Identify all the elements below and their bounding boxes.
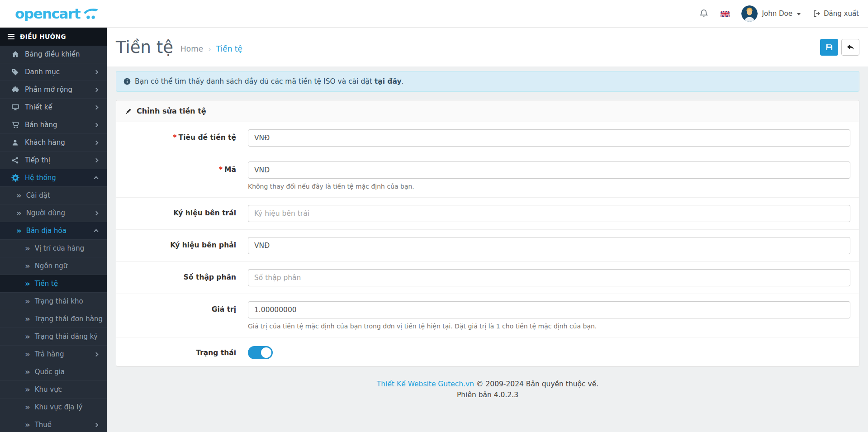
sidebar-item-sales[interactable]: Bán hàng bbox=[0, 116, 107, 134]
sidebar-item-label: Khu vực bbox=[35, 385, 62, 394]
logout-icon bbox=[812, 9, 821, 18]
opencart-admin: opencart bbox=[0, 0, 868, 432]
sidebar-item-subscription-statuses[interactable]: »Trạng thái đăng ký bbox=[0, 328, 107, 346]
angles-icon: » bbox=[25, 244, 30, 252]
angles-icon: » bbox=[25, 280, 30, 288]
sidebar-item-label: Bản địa hóa bbox=[26, 227, 66, 235]
code-input[interactable] bbox=[248, 161, 850, 179]
form-row-symbol-left: Ký hiệu bên trái bbox=[116, 198, 859, 230]
sidebar-item-order-statuses[interactable]: »Trạng thái đơn hàng bbox=[0, 310, 107, 328]
sidebar-item-label: Bán hàng bbox=[25, 121, 57, 129]
sidebar-item-stock-statuses[interactable]: »Trạng thái kho bbox=[0, 293, 107, 310]
chevron-right-icon bbox=[94, 105, 99, 109]
angles-icon: » bbox=[16, 209, 22, 217]
user-icon bbox=[10, 139, 20, 147]
opencart-logo[interactable]: opencart bbox=[15, 7, 100, 21]
footer-link[interactable]: Thiết Kế Website Gutech.vn bbox=[377, 380, 474, 388]
currency-title-input[interactable] bbox=[248, 129, 850, 147]
sidebar-item-zones[interactable]: »Khu vực bbox=[0, 381, 107, 399]
chevron-right-icon bbox=[94, 423, 99, 427]
sidebar-item-design[interactable]: Thiết kế bbox=[0, 99, 107, 116]
notifications-bell-icon[interactable] bbox=[699, 8, 709, 19]
back-arrow-icon bbox=[846, 43, 854, 51]
footer-version: Phiên bản 4.0.2.3 bbox=[116, 391, 859, 399]
decimal-places-input-column bbox=[248, 269, 850, 286]
sidebar-item-label: Cài đặt bbox=[26, 191, 50, 199]
alert-link[interactable]: tại đây bbox=[375, 77, 402, 85]
sidebar: ĐIỀU HƯỚNG Bảng điều khiểnDanh mụcPhần m… bbox=[0, 28, 107, 432]
angles-icon: » bbox=[25, 350, 30, 358]
code-label: *Mã bbox=[116, 161, 236, 190]
toggle-knob bbox=[261, 347, 271, 358]
sidebar-item-returns[interactable]: »Trả hàng bbox=[0, 346, 107, 363]
angles-icon: » bbox=[25, 421, 30, 429]
back-button[interactable] bbox=[841, 39, 859, 56]
cart-icon bbox=[10, 121, 20, 129]
sidebar-item-customers[interactable]: Khách hàng bbox=[0, 134, 107, 152]
page-header: Tiền tệ Home Tiền tệ bbox=[107, 28, 868, 66]
breadcrumb: Home Tiền tệ bbox=[180, 41, 242, 53]
share-icon bbox=[10, 157, 20, 164]
sidebar-item-dashboard[interactable]: Bảng điều khiển bbox=[0, 46, 107, 63]
symbol-right-label: Ký hiệu bên phải bbox=[116, 237, 236, 254]
chevron-down-icon bbox=[797, 13, 801, 15]
chevron-right-icon bbox=[94, 211, 99, 215]
sidebar-item-countries[interactable]: »Quốc gia bbox=[0, 363, 107, 381]
breadcrumb-home[interactable]: Home bbox=[180, 44, 203, 53]
symbol-left-input[interactable] bbox=[248, 205, 850, 222]
breadcrumb-current[interactable]: Tiền tệ bbox=[216, 44, 242, 53]
angles-icon: » bbox=[25, 297, 30, 305]
sidebar-item-marketing[interactable]: Tiếp thị bbox=[0, 152, 107, 169]
sidebar-item-label: Trả hàng bbox=[35, 350, 64, 358]
sidebar-item-catalog[interactable]: Danh mục bbox=[0, 63, 107, 81]
sidebar-item-store-location[interactable]: »Vị trí cửa hàng bbox=[0, 240, 107, 257]
symbol-right-input[interactable] bbox=[248, 237, 850, 254]
sidebar-item-taxes[interactable]: »Thuế bbox=[0, 416, 107, 432]
code-help-text: Không thay đổi nếu đây là tiền tệ mặc đị… bbox=[248, 183, 850, 190]
top-header: opencart bbox=[0, 0, 868, 28]
sidebar-item-label: Khu vực địa lý bbox=[35, 403, 83, 411]
user-menu[interactable]: John Doe bbox=[741, 5, 801, 22]
value-input[interactable] bbox=[248, 301, 850, 318]
currency-form: *Tiêu đề tiền tệ*MãKhông thay đổi nếu đâ… bbox=[116, 122, 859, 366]
tag-icon bbox=[10, 68, 20, 76]
language-flag-icon[interactable] bbox=[721, 11, 730, 17]
angles-icon: » bbox=[25, 315, 30, 323]
puzzle-icon bbox=[10, 85, 20, 94]
form-row-code: *MãKhông thay đổi nếu đây là tiền tệ mặc… bbox=[116, 154, 859, 198]
angles-icon: » bbox=[16, 191, 22, 199]
info-icon bbox=[123, 78, 131, 85]
sidebar-item-localisation[interactable]: »Bản địa hóa bbox=[0, 222, 107, 240]
sidebar-item-users[interactable]: »Người dùng bbox=[0, 204, 107, 222]
sidebar-item-label: Thuế bbox=[35, 421, 52, 429]
chevron-right-icon bbox=[94, 70, 99, 74]
gear-icon bbox=[10, 174, 20, 182]
value-help-text: Giá trị của tiền tệ mặc định của bạn tro… bbox=[248, 323, 850, 330]
sidebar-item-system[interactable]: Hệ thống bbox=[0, 169, 107, 187]
sidebar-item-geo-zones[interactable]: »Khu vực địa lý bbox=[0, 399, 107, 416]
opencart-logo-cart-icon bbox=[82, 7, 100, 20]
page-body: Bạn có thể tìm thấy danh sách đầy đủ các… bbox=[107, 66, 868, 432]
sidebar-item-settings[interactable]: »Cài đặt bbox=[0, 187, 107, 204]
sidebar-item-label: Tiếp thị bbox=[25, 156, 50, 164]
chevron-right-icon bbox=[94, 123, 99, 127]
header-actions: John Doe Đăng xuất bbox=[699, 5, 859, 22]
alert-text: Bạn có thể tìm thấy danh sách đầy đủ các… bbox=[135, 77, 404, 85]
chevron-up-icon bbox=[94, 176, 99, 181]
save-button[interactable] bbox=[820, 39, 838, 56]
opencart-logo-text: opencart bbox=[15, 7, 80, 21]
status-toggle[interactable] bbox=[248, 346, 273, 359]
user-name: John Doe bbox=[762, 9, 792, 18]
sidebar-item-currencies[interactable]: »Tiền tệ bbox=[0, 275, 107, 293]
sidebar-item-extensions[interactable]: Phần mở rộng bbox=[0, 81, 107, 99]
chevron-right-icon bbox=[94, 158, 99, 162]
sidebar-item-label: Trạng thái đơn hàng bbox=[35, 315, 103, 323]
decimal-places-input[interactable] bbox=[248, 269, 850, 286]
footer-copyright-line: Thiết Kế Website Gutech.vn © 2009-2024 B… bbox=[116, 380, 859, 388]
angles-icon: » bbox=[25, 262, 30, 270]
monitor-icon bbox=[10, 103, 20, 111]
sidebar-item-languages[interactable]: »Ngôn ngữ bbox=[0, 257, 107, 275]
angles-icon: » bbox=[25, 403, 30, 411]
sidebar-nav-header: ĐIỀU HƯỚNG bbox=[0, 28, 107, 46]
logout-button[interactable]: Đăng xuất bbox=[812, 9, 859, 18]
